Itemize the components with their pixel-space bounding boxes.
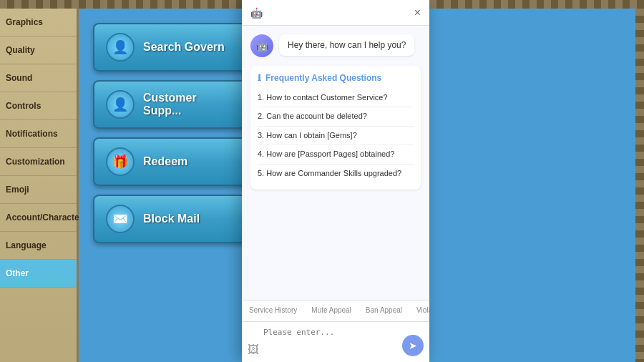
chat-tabs: Service History Mute Appeal Ban Appeal V…: [242, 300, 429, 321]
sidebar-item-notifications[interactable]: Notifications: [0, 120, 77, 148]
faq-item-5[interactable]: 5. How are Commander Skills upgraded?: [258, 165, 414, 182]
faq-section: ℹ Frequently Asked Questions 1. How to c…: [250, 66, 421, 190]
search-govern-icon: 👤: [106, 33, 135, 62]
bot-greeting-text: Hey there, how can I help you?: [288, 40, 406, 50]
faq-item-2[interactable]: 2. Can the account be deleted?: [258, 107, 414, 126]
chat-header: 🤖 ×: [242, 0, 429, 26]
bot-greeting-message: 🤖 Hey there, how can I help you?: [250, 34, 421, 57]
sidebar: Graphics Quality Sound Controls Notifica…: [0, 9, 79, 362]
redeem-button[interactable]: 🎁 Redeem: [93, 137, 250, 186]
tab-mute-appeal[interactable]: Mute Appeal: [304, 300, 358, 321]
chat-input-area: 🖼 ➤: [242, 321, 429, 362]
faq-item-3[interactable]: 3. How can I obtain [Gems]?: [258, 127, 414, 145]
faq-info-icon: ℹ: [258, 73, 261, 83]
faq-header-label: Frequently Asked Questions: [265, 73, 381, 83]
chat-close-button[interactable]: ×: [414, 7, 421, 19]
send-button[interactable]: ➤: [402, 335, 424, 356]
sidebar-item-controls[interactable]: Controls: [0, 92, 77, 120]
send-icon: ➤: [409, 340, 417, 351]
right-border: [635, 9, 644, 362]
sidebar-item-graphics[interactable]: Graphics: [0, 9, 77, 36]
redeem-icon: 🎁: [106, 147, 135, 176]
block-mail-icon: ✉️: [106, 205, 135, 233]
sidebar-item-account[interactable]: Account/Characters: [0, 204, 77, 232]
block-mail-button[interactable]: ✉️ Block Mail: [93, 195, 250, 243]
chat-input[interactable]: [263, 328, 398, 356]
chat-messages: 🤖 Hey there, how can I help you? ℹ Frequ…: [242, 26, 429, 300]
customer-support-icon: 👤: [106, 90, 135, 119]
sidebar-item-customization[interactable]: Customization: [0, 148, 77, 176]
sidebar-item-emoji[interactable]: Emoji: [0, 176, 77, 204]
faq-header: ℹ Frequently Asked Questions: [258, 73, 414, 83]
chat-header-bot-icon: 🤖: [250, 7, 263, 19]
faq-item-4[interactable]: 4. How are [Passport Pages] obtained?: [258, 145, 414, 164]
bot-avatar: 🤖: [250, 34, 273, 57]
tab-violation[interactable]: Violation T...: [409, 300, 429, 321]
tab-service-history[interactable]: Service History: [242, 300, 304, 321]
sidebar-item-quality[interactable]: Quality: [0, 36, 77, 64]
image-attach-icon[interactable]: 🖼: [248, 343, 259, 356]
chat-header-left: 🤖: [250, 7, 263, 19]
search-govern-button[interactable]: 👤 Search Govern: [93, 23, 250, 72]
faq-item-1[interactable]: 1. How to contact Customer Service?: [258, 89, 414, 107]
sidebar-item-other[interactable]: Other: [0, 260, 77, 288]
chat-widget: 🤖 × 🤖 Hey there, how can I help you? ℹ F…: [242, 0, 429, 362]
search-govern-label: Search Govern: [143, 41, 225, 54]
redeem-label: Redeem: [143, 155, 187, 168]
sidebar-item-language[interactable]: Language: [0, 232, 77, 260]
chat-input-row: 🖼 ➤: [248, 328, 424, 356]
bot-bubble: Hey there, how can I help you?: [279, 34, 414, 56]
customer-support-label: Customer Supp...: [143, 92, 238, 117]
customer-support-button[interactable]: 👤 Customer Supp...: [93, 80, 250, 129]
block-mail-label: Block Mail: [143, 212, 200, 225]
tab-ban-appeal[interactable]: Ban Appeal: [358, 300, 409, 321]
sidebar-item-sound[interactable]: Sound: [0, 64, 77, 92]
